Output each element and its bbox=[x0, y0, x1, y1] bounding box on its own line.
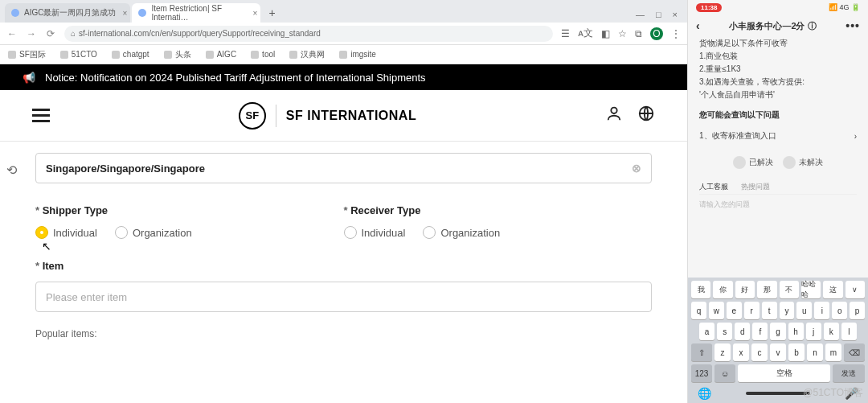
bookmark-item[interactable]: imgsite bbox=[339, 50, 376, 59]
reload-button[interactable]: ⟳ bbox=[45, 28, 56, 39]
receiver-individual-radio[interactable]: Individual bbox=[344, 226, 406, 239]
close-window-button[interactable]: × bbox=[673, 10, 678, 19]
suggest-key[interactable]: 那 bbox=[757, 281, 776, 298]
forward-button[interactable]: → bbox=[26, 28, 37, 39]
browser-menu-icon[interactable]: ⋮ bbox=[671, 28, 681, 39]
receiver-type-label: Receiver Type bbox=[344, 204, 653, 216]
key-m[interactable]: m bbox=[825, 343, 841, 361]
bookmark-item[interactable]: tool bbox=[251, 50, 275, 59]
chat-message: 货物满足以下条件可收寄 1.商业包装 2.重量≤1K3 3.如遇海关查验，寄收方… bbox=[699, 37, 857, 101]
extension-1-icon[interactable]: ◧ bbox=[601, 28, 610, 39]
key-a[interactable]: a bbox=[699, 323, 714, 340]
suggest-key[interactable]: 你 bbox=[713, 281, 732, 298]
suggest-key[interactable]: 这 bbox=[823, 281, 842, 298]
bookmark-item[interactable]: chatgpt bbox=[112, 50, 149, 59]
backspace-key[interactable]: ⌫ bbox=[844, 343, 865, 361]
key-t[interactable]: t bbox=[762, 302, 777, 319]
close-tab-icon[interactable]: × bbox=[123, 9, 128, 18]
resolved-button[interactable]: 已解决 bbox=[733, 156, 773, 169]
soft-keyboard: 我 你 好 那 不 哈哈哈 这 ∨ q w e r t y u i o p a … bbox=[688, 278, 868, 403]
bookmark-item[interactable]: SF国际 bbox=[8, 49, 46, 60]
bookmark-item[interactable]: 51CTO bbox=[60, 50, 97, 59]
close-tab-icon[interactable]: × bbox=[253, 9, 258, 18]
key-i[interactable]: i bbox=[814, 302, 829, 319]
key-q[interactable]: q bbox=[691, 302, 706, 319]
receiver-organization-radio[interactable]: Organization bbox=[423, 226, 500, 239]
key-z[interactable]: z bbox=[714, 343, 731, 361]
bookmark-item[interactable]: 汉典网 bbox=[289, 49, 325, 60]
brand[interactable]: SF SF INTERNATIONAL bbox=[239, 102, 416, 130]
key-u[interactable]: u bbox=[796, 302, 812, 319]
brand-text: SF INTERNATIONAL bbox=[286, 109, 416, 123]
menu-button[interactable] bbox=[32, 109, 50, 122]
minimize-button[interactable]: — bbox=[636, 10, 645, 19]
numeric-key[interactable]: 123 bbox=[691, 364, 712, 382]
new-tab-button[interactable]: + bbox=[262, 3, 289, 23]
key-l[interactable]: l bbox=[841, 323, 857, 340]
address-bar[interactable]: ⌂ sf-international.com/cn/en/support/que… bbox=[64, 26, 553, 42]
key-p[interactable]: p bbox=[850, 302, 865, 319]
key-d[interactable]: d bbox=[735, 323, 750, 340]
key-s[interactable]: s bbox=[717, 323, 732, 340]
location-input[interactable]: Singapore/Singapore/Singapore ⊗ bbox=[35, 153, 652, 183]
suggestions-title: 您可能会查询以下问题 bbox=[699, 109, 857, 121]
chat-input[interactable]: 请输入您的问题 bbox=[699, 195, 857, 213]
bookmark-star-icon[interactable]: ☆ bbox=[618, 28, 627, 39]
extension-2-icon[interactable]: ⧉ bbox=[635, 28, 642, 39]
suggest-key[interactable]: 我 bbox=[691, 281, 710, 298]
bookmark-favicon-icon bbox=[206, 51, 214, 59]
bookmark-favicon-icon bbox=[339, 51, 347, 59]
key-o[interactable]: o bbox=[832, 302, 847, 319]
item-input[interactable]: Please enter item bbox=[35, 282, 652, 312]
key-k[interactable]: k bbox=[824, 323, 839, 340]
tab-human[interactable]: 人工客服 bbox=[699, 182, 728, 192]
shipper-individual-radio[interactable]: Individual bbox=[35, 226, 97, 239]
notice-banner[interactable]: 📢 Notice: Notification on 2024 Published… bbox=[0, 64, 687, 90]
page-content: ⟲ Singapore/Singapore/Singapore ⊗ Shippe… bbox=[0, 142, 687, 403]
enter-key[interactable]: 发送 bbox=[833, 364, 865, 382]
clear-icon[interactable]: ⊗ bbox=[632, 162, 641, 175]
key-e[interactable]: e bbox=[727, 302, 742, 319]
translate-icon[interactable]: ᴀ文 bbox=[578, 27, 593, 40]
tab-hot[interactable]: 热搜问题 bbox=[741, 182, 770, 192]
refresh-icon[interactable]: ⟲ bbox=[6, 162, 17, 178]
profile-avatar[interactable]: O bbox=[650, 27, 663, 40]
suggestion-item[interactable]: 1、收寄标准查询入口 › bbox=[699, 125, 857, 146]
maximize-button[interactable]: □ bbox=[656, 10, 661, 19]
suggest-key[interactable]: 好 bbox=[735, 281, 755, 298]
bookmark-item[interactable]: 头条 bbox=[164, 49, 191, 60]
key-j[interactable]: j bbox=[806, 323, 821, 340]
key-v[interactable]: v bbox=[770, 343, 786, 361]
key-c[interactable]: c bbox=[751, 343, 768, 361]
key-x[interactable]: x bbox=[733, 343, 749, 361]
shift-key[interactable]: ⇧ bbox=[691, 343, 712, 361]
suggest-key[interactable]: 哈哈哈 bbox=[801, 281, 821, 298]
tab-1[interactable]: AIGC最新一周四月第成功× bbox=[5, 3, 130, 23]
key-n[interactable]: n bbox=[807, 343, 823, 361]
account-icon[interactable] bbox=[605, 105, 623, 126]
apps-icon[interactable]: ☰ bbox=[561, 28, 570, 39]
globe-key[interactable]: 🌐 bbox=[698, 387, 711, 400]
unresolved-button[interactable]: 未解决 bbox=[783, 156, 823, 169]
space-key[interactable]: 空格 bbox=[738, 364, 830, 382]
shipper-organization-radio[interactable]: Organization bbox=[115, 226, 192, 239]
more-icon[interactable]: ••• bbox=[845, 19, 860, 32]
emoji-key[interactable]: ☺ bbox=[714, 364, 735, 382]
key-b[interactable]: b bbox=[788, 343, 805, 361]
back-button[interactable]: ← bbox=[6, 28, 18, 39]
expand-key[interactable]: ∨ bbox=[845, 281, 865, 298]
back-icon[interactable]: ‹ bbox=[696, 19, 700, 32]
site-header: SF SF INTERNATIONAL bbox=[0, 90, 687, 142]
key-y[interactable]: y bbox=[780, 302, 795, 319]
tab-2[interactable]: Item Restriction| SF Internati…× bbox=[132, 3, 260, 23]
bookmark-item[interactable]: AIGC bbox=[206, 50, 236, 59]
site-info-icon[interactable]: ⌂ bbox=[71, 29, 76, 38]
key-r[interactable]: r bbox=[744, 302, 760, 319]
home-indicator[interactable] bbox=[746, 392, 810, 395]
key-h[interactable]: h bbox=[788, 323, 804, 340]
key-g[interactable]: g bbox=[770, 323, 785, 340]
key-w[interactable]: w bbox=[709, 302, 724, 319]
suggest-key[interactable]: 不 bbox=[780, 281, 799, 298]
key-f[interactable]: f bbox=[752, 323, 768, 340]
language-globe-icon[interactable] bbox=[637, 105, 655, 126]
